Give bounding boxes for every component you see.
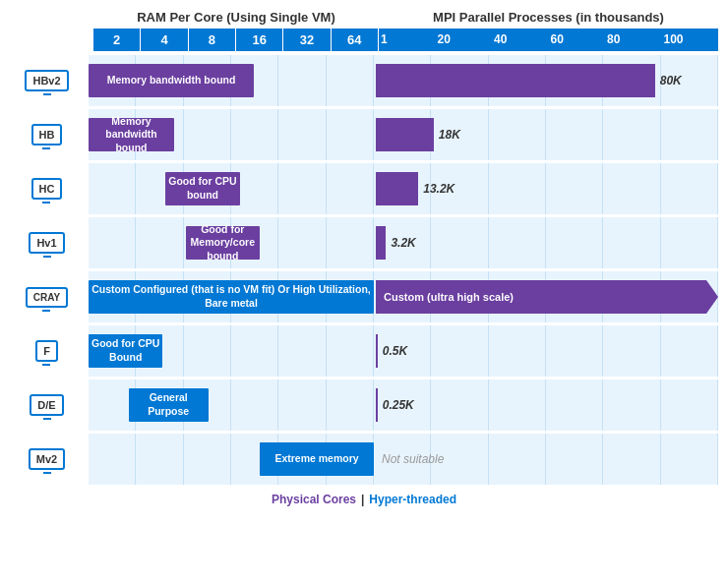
main-container: RAM Per Core (Using Single VM) MPI Paral…: [0, 0, 728, 511]
ram-bar: General Purpose: [129, 388, 209, 422]
not-suitable-label: Not suitable: [382, 442, 444, 476]
ram-area: Good for Memory/core bound: [89, 217, 374, 268]
mpi-value-label: 0.5K: [383, 344, 407, 358]
ram-area: Memory bandwidth bound: [89, 109, 374, 160]
mpi-tick-20: 20: [436, 29, 493, 51]
vm-label-D/E: D/E: [10, 394, 89, 416]
vm-label-CRAY: CRAY: [10, 287, 89, 308]
vm-badge: D/E: [30, 394, 63, 416]
mpi-area: 13.2K: [374, 163, 718, 214]
data-area: HBv2Memory bandwidth bound80KHBMemory ba…: [10, 55, 718, 485]
mpi-value-label: 0.25K: [383, 398, 414, 412]
ram-area: Good for CPU Bound: [89, 325, 374, 377]
right-title: MPI Parallel Processes (in thousands): [379, 10, 718, 25]
table-row: HCGood for CPU bound13.2K: [10, 163, 718, 214]
ram-bar: Good for CPU bound: [165, 172, 239, 205]
mpi-arrow-label: Custom (ultra high scale): [384, 291, 514, 303]
mpi-bar-data: 18K: [376, 118, 716, 151]
footer-divider: |: [361, 493, 364, 506]
vm-label-Mv2: Mv2: [10, 448, 89, 470]
mpi-tick-1: 1: [379, 29, 436, 51]
mpi-area: 0.5K: [374, 325, 718, 377]
vm-badge: Hv1: [29, 232, 64, 254]
mpi-tick-100: 100: [662, 29, 719, 51]
mpi-bar-data: 3.2K: [376, 226, 716, 260]
ram-header: 248163264: [93, 29, 379, 51]
titles-row: RAM Per Core (Using Single VM) MPI Paral…: [10, 10, 718, 25]
mpi-bar-data: 0.25K: [376, 388, 716, 422]
ram-area: Good for CPU bound: [89, 163, 374, 214]
table-row: HBv2Memory bandwidth bound80K: [10, 55, 718, 106]
ram-col-16: 16: [236, 29, 283, 51]
mpi-area: 3.2K: [374, 217, 718, 268]
ram-bar: Good for Memory/core bound: [186, 226, 260, 260]
vm-badge: CRAY: [26, 287, 68, 308]
table-row: Hv1Good for Memory/core bound3.2K: [10, 217, 718, 268]
ram-bar: Memory bandwidth bound: [89, 118, 174, 151]
mpi-area: Not suitable: [374, 434, 718, 485]
ram-area: Custom Configured (that is no VM fit) Or…: [89, 271, 374, 322]
table-row: FGood for CPU Bound0.5K: [10, 325, 718, 377]
ram-bar: Extreme memory: [260, 442, 374, 476]
ram-bar: Memory bandwidth bound: [89, 64, 254, 97]
vm-label-Hv1: Hv1: [10, 232, 89, 254]
mpi-value-label: 80K: [660, 74, 682, 87]
vm-label-HB: HB: [10, 124, 89, 146]
mpi-area: 80K: [374, 55, 718, 106]
mpi-arrow-data: Custom (ultra high scale): [376, 280, 718, 314]
mpi-area: 18K: [374, 109, 718, 160]
ram-area: Memory bandwidth bound: [89, 55, 374, 106]
ram-col-4: 4: [141, 29, 188, 51]
mpi-header: 120406080100: [379, 29, 718, 51]
mpi-value-label: 3.2K: [391, 236, 415, 250]
ram-col-2: 2: [93, 29, 141, 51]
mpi-area: 0.25K: [374, 379, 718, 431]
mpi-bar-data: 0.5K: [376, 334, 716, 368]
table-row: D/EGeneral Purpose0.25K: [10, 379, 718, 431]
header-row: 248163264 120406080100: [10, 29, 718, 51]
vm-label-HC: HC: [10, 178, 89, 200]
vm-badge: Mv2: [29, 448, 65, 470]
mpi-bar-data: 13.2K: [376, 172, 716, 205]
ram-col-32: 32: [283, 29, 331, 51]
table-row: Mv2Extreme memoryNot suitable: [10, 434, 718, 485]
ram-bar: Custom Configured (that is no VM fit) Or…: [89, 280, 374, 314]
table-row: CRAYCustom Configured (that is no VM fit…: [10, 271, 718, 322]
ram-bar: Good for CPU Bound: [89, 334, 162, 368]
vm-label-HBv2: HBv2: [10, 70, 89, 91]
mpi-bar-data: 80K: [376, 64, 716, 97]
ram-col-8: 8: [189, 29, 236, 51]
ram-col-64: 64: [332, 29, 379, 51]
table-row: HBMemory bandwidth bound18K: [10, 109, 718, 160]
mpi-value-label: 13.2K: [423, 182, 455, 196]
mpi-tick-80: 80: [605, 29, 662, 51]
mpi-tick-40: 40: [492, 29, 549, 51]
ram-area: General Purpose: [89, 379, 374, 431]
footer-physical: Physical Cores: [272, 493, 356, 506]
vm-badge: F: [35, 340, 58, 362]
mpi-tick-60: 60: [549, 29, 606, 51]
mpi-value-label: 18K: [439, 128, 460, 142]
footer: Physical Cores | Hyper-threaded: [10, 493, 718, 506]
ram-area: Extreme memory: [89, 434, 374, 485]
vm-badge: HBv2: [25, 70, 68, 91]
mpi-area: Custom (ultra high scale): [374, 271, 718, 322]
vm-badge: HC: [31, 178, 63, 200]
vm-badge: HB: [31, 124, 63, 146]
left-title: RAM Per Core (Using Single VM): [93, 10, 379, 25]
footer-hyper: Hyper-threaded: [369, 493, 456, 506]
vm-label-F: F: [10, 340, 89, 362]
